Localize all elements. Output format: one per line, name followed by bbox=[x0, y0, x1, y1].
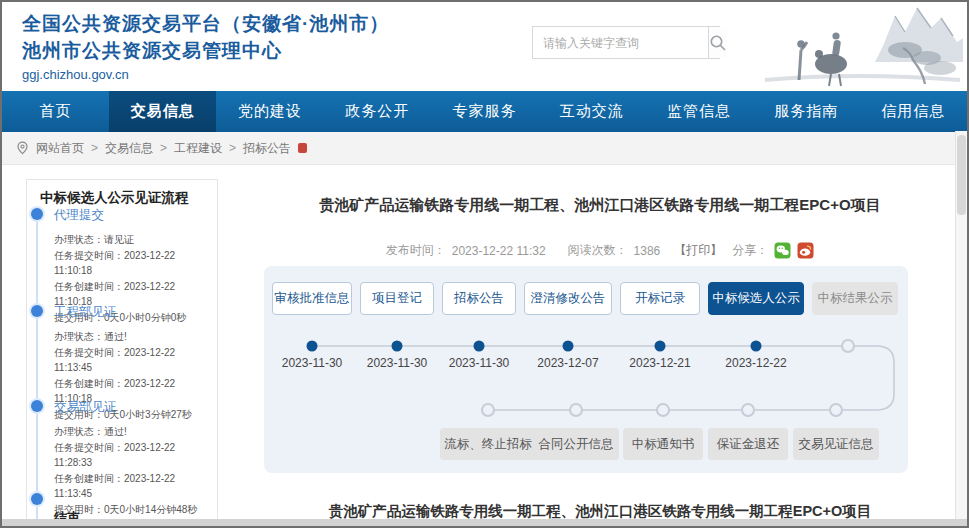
flow-step-dot bbox=[31, 208, 43, 220]
flow-detail: 办理状态：请见证 bbox=[54, 232, 216, 248]
flow-detail: 任务提交时间：2023-12-22 11:10:18 bbox=[54, 248, 216, 279]
stage-date: 2023-12-21 bbox=[615, 356, 705, 370]
flow-title: 中标候选人公示见证流程 bbox=[40, 189, 189, 207]
search-icon bbox=[709, 34, 727, 52]
site-title-line1: 全国公共资源交易平台（安徽省·池州市） bbox=[22, 11, 389, 37]
breadcrumb-separator: > bbox=[229, 141, 236, 155]
breadcrumb-construction[interactable]: 工程建设 bbox=[174, 140, 222, 157]
flow-detail: 任务创建时间：2023-12-22 11:13:45 bbox=[54, 471, 216, 502]
timeline-dot-done bbox=[655, 341, 666, 352]
flow-step-dot bbox=[31, 305, 43, 317]
breadcrumb-separator: > bbox=[91, 141, 98, 155]
site-header: 全国公共资源交易平台（安徽省·池州市） 池州市公共资源交易管理中心 ggj.ch… bbox=[2, 2, 967, 91]
stage-button-tender-notice[interactable]: 招标公告 bbox=[442, 282, 516, 315]
stage-date: 2023-11-30 bbox=[434, 356, 524, 370]
flow-detail: 任务提交时间：2023-12-22 11:13:45 bbox=[54, 345, 216, 376]
wechat-share-icon[interactable] bbox=[774, 242, 791, 259]
stage-button-deposit-refund[interactable]: 保证金退还 bbox=[708, 428, 788, 460]
timeline-dot-pending bbox=[842, 340, 854, 352]
ink-painting-decoration bbox=[735, 2, 963, 90]
site-domain: ggj.chizhou.gov.cn bbox=[22, 67, 129, 82]
nav-item-party-building[interactable]: 党的建设 bbox=[216, 91, 323, 132]
witness-flow-panel: 中标候选人公示见证流程 代理提交 办理状态：请见证 任务提交时间：2023-12… bbox=[26, 179, 218, 528]
weibo-share-icon[interactable] bbox=[797, 242, 814, 259]
stage-button-candidate-publicity[interactable]: 中标候选人公示 bbox=[708, 282, 804, 315]
window-bottom-edge bbox=[2, 519, 967, 526]
page-scrollbar[interactable] bbox=[955, 131, 967, 523]
article-meta: 发布时间：2023-12-22 11:32 阅读次数：1386 【打印】 分享： bbox=[242, 242, 958, 259]
timeline-dot-done bbox=[392, 341, 403, 352]
nav-item-gov-affairs[interactable]: 政务公开 bbox=[324, 91, 431, 132]
views-value: 1386 bbox=[634, 244, 661, 258]
share-label: 分享： bbox=[732, 242, 768, 259]
timeline-dot-pending bbox=[830, 404, 842, 416]
breadcrumb-separator: > bbox=[160, 141, 167, 155]
nav-item-expert-service[interactable]: 专家服务 bbox=[431, 91, 538, 132]
stage-date: 2023-11-30 bbox=[352, 356, 442, 370]
flow-step-dot bbox=[31, 400, 43, 412]
scrollbar-thumb[interactable] bbox=[957, 135, 966, 215]
main-nav: 首页 交易信息 党的建设 政务公开 专家服务 互动交流 监管信息 服务指南 信用… bbox=[2, 91, 967, 132]
breadcrumb-trade-info[interactable]: 交易信息 bbox=[105, 140, 153, 157]
flow-step-agent-submit[interactable]: 代理提交 bbox=[54, 207, 104, 224]
print-button[interactable]: 【打印】 bbox=[674, 242, 722, 259]
flow-step-details: 办理状态：通过! 任务提交时间：2023-12-22 11:28:33 任务创建… bbox=[54, 424, 216, 517]
publish-time-value: 2023-12-22 11:32 bbox=[452, 244, 546, 258]
stage-button-project-register[interactable]: 项目登记 bbox=[360, 282, 434, 315]
stage-button-witness-info[interactable]: 交易见证信息 bbox=[793, 428, 879, 460]
stage-button-clarification[interactable]: 澄清修改公告 bbox=[524, 282, 612, 315]
process-timeline-panel: 审核批准信息 项目登记 招标公告 澄清修改公告 开标记录 中标候选人公示 中标结… bbox=[264, 266, 908, 473]
timeline-dot-done bbox=[307, 341, 318, 352]
nav-item-credit-info[interactable]: 信用信息 bbox=[860, 91, 967, 132]
stage-button-award-notice[interactable]: 中标通知书 bbox=[623, 428, 703, 460]
breadcrumb-home[interactable]: 网站首页 bbox=[36, 140, 84, 157]
flow-step-engineering-witness[interactable]: 工程部见证 bbox=[54, 304, 117, 321]
flow-connector-line bbox=[36, 214, 38, 528]
nav-item-interaction[interactable]: 互动交流 bbox=[538, 91, 645, 132]
stage-button-failed-terminated[interactable]: 流标、终止招标 bbox=[440, 428, 536, 460]
stage-button-bid-opening[interactable]: 开标记录 bbox=[620, 282, 700, 315]
stage-button-contract-info[interactable]: 合同公开信息 bbox=[533, 428, 619, 460]
timeline-dot-done bbox=[563, 341, 574, 352]
browser-page: 全国公共资源交易平台（安徽省·池州市） 池州市公共资源交易管理中心 ggj.ch… bbox=[0, 0, 969, 528]
timeline-dot-pending bbox=[742, 404, 754, 416]
flow-detail: 办理状态：通过! bbox=[54, 329, 216, 345]
nav-item-supervision[interactable]: 监管信息 bbox=[645, 91, 752, 132]
nav-item-home[interactable]: 首页 bbox=[2, 91, 109, 132]
views-label: 阅读次数： bbox=[568, 242, 628, 259]
breadcrumb-tender-notice[interactable]: 招标公告 bbox=[243, 140, 291, 157]
stage-date: 2023-12-22 bbox=[711, 356, 801, 370]
stage-button-result-publicity[interactable]: 中标结果公示 bbox=[812, 282, 898, 315]
article-title: 贵池矿产品运输铁路专用线一期工程、池州江口港区铁路专用线一期工程EPC+O项目 bbox=[242, 196, 958, 215]
stage-button-approval-info[interactable]: 审核批准信息 bbox=[272, 282, 352, 315]
timeline-dot-pending bbox=[482, 404, 494, 416]
nav-item-trade-info[interactable]: 交易信息 bbox=[109, 91, 216, 132]
flow-step-trading-witness[interactable]: 交易部见证 bbox=[54, 399, 117, 416]
flow-detail: 任务提交时间：2023-12-22 11:28:33 bbox=[54, 440, 216, 471]
flow-step-dot bbox=[31, 493, 43, 505]
stage-date: 2023-11-30 bbox=[267, 356, 357, 370]
nav-item-service-guide[interactable]: 服务指南 bbox=[753, 91, 860, 132]
timeline-dot-done bbox=[751, 341, 762, 352]
search-button[interactable] bbox=[708, 27, 727, 58]
site-title-line2: 池州市公共资源交易管理中心 bbox=[22, 38, 282, 64]
breadcrumb-marker-icon bbox=[298, 143, 307, 153]
timeline-dot-pending bbox=[570, 404, 582, 416]
timeline-dot-pending bbox=[657, 404, 669, 416]
breadcrumb: 网站首页 > 交易信息 > 工程建设 > 招标公告 bbox=[2, 132, 967, 165]
flow-detail: 办理状态：通过! bbox=[54, 424, 216, 440]
location-pin-icon bbox=[16, 141, 29, 155]
search-box bbox=[532, 26, 720, 59]
stage-date: 2023-12-07 bbox=[523, 356, 613, 370]
publish-time-label: 发布时间： bbox=[386, 242, 446, 259]
search-input[interactable] bbox=[533, 27, 708, 58]
timeline-dot-done bbox=[474, 341, 485, 352]
